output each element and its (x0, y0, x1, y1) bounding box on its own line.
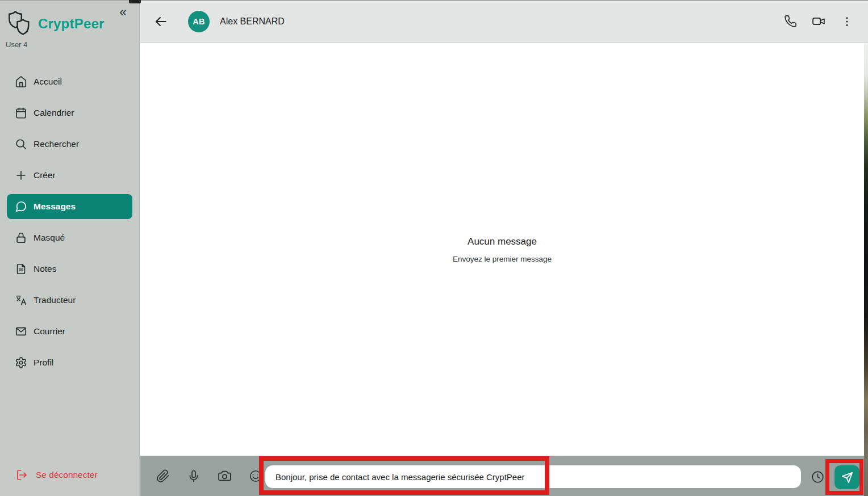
sidebar-item-label: Notes (34, 264, 57, 274)
sidebar-item-rechercher[interactable]: Rechercher (7, 132, 132, 157)
window-edge-artifact (129, 0, 141, 3)
desktop-wallpaper-sliver (864, 43, 868, 496)
emoji-button[interactable] (248, 468, 264, 484)
home-icon (15, 75, 27, 88)
translate-icon (15, 294, 27, 306)
microphone-icon (187, 469, 201, 483)
calendar-icon (15, 107, 27, 119)
message-area: Aucun message Envoyez le premier message (140, 44, 864, 456)
logout-button[interactable]: Se déconnecter (16, 469, 98, 481)
camera-button[interactable] (216, 468, 233, 484)
more-options-button[interactable] (840, 14, 854, 29)
camera-icon (218, 469, 232, 483)
brand-row: CryptPeer (6, 9, 134, 39)
note-icon (15, 263, 27, 275)
schedule-message-button[interactable] (809, 469, 826, 485)
paper-plane-icon (841, 471, 854, 484)
composer-bar (140, 456, 864, 496)
sidebar-item-notes[interactable]: Notes (7, 257, 132, 281)
sidebar-item-label: Traducteur (34, 295, 76, 305)
chat-header-actions (783, 13, 854, 30)
cryptpeer-shield-logo-icon (6, 10, 33, 37)
plus-icon (15, 169, 27, 182)
sidebar-item-label: Messages (34, 201, 76, 212)
send-button[interactable] (834, 465, 859, 489)
sidebar-nav: Accueil Calendrier Rechercher (0, 69, 139, 375)
sidebar-item-calendrier[interactable]: Calendrier (7, 100, 132, 125)
phone-icon (784, 15, 797, 28)
chat-header: AB Alex BERNARD (140, 0, 868, 43)
chat-bubble-icon (15, 200, 27, 213)
sidebar-item-label: Courrier (34, 326, 65, 337)
sidebar-item-traducteur[interactable]: Traducteur (7, 288, 132, 313)
avatar-initials: AB (193, 17, 205, 26)
chat-panel: AB Alex BERNARD (140, 0, 868, 496)
sidebar-item-label: Accueil (34, 77, 62, 87)
sidebar-item-courrier[interactable]: Courrier (7, 319, 132, 344)
contact-avatar[interactable]: AB (188, 11, 210, 32)
attach-file-button[interactable] (155, 468, 171, 484)
search-icon (15, 138, 27, 150)
back-button[interactable] (149, 10, 172, 33)
logout-label: Se déconnecter (36, 470, 98, 480)
logout-icon (16, 469, 28, 481)
video-call-button[interactable] (811, 13, 827, 30)
sidebar-item-masque[interactable]: Masqué (7, 225, 132, 250)
clock-icon (811, 470, 825, 484)
video-camera-icon (812, 14, 826, 28)
sidebar-item-messages[interactable]: Messages (7, 194, 132, 219)
composer-attachment-icons (155, 456, 264, 496)
envelope-icon (15, 325, 27, 338)
sidebar-item-label: Masqué (34, 233, 65, 243)
sidebar-item-label: Rechercher (34, 139, 79, 149)
sidebar-item-label: Calendrier (34, 108, 74, 118)
sidebar-item-label: Profil (34, 358, 53, 368)
emoji-smiley-icon (249, 469, 262, 483)
message-input[interactable] (265, 465, 801, 488)
sidebar-item-profil[interactable]: Profil (7, 350, 132, 375)
app-window: CryptPeer « User 4 Accueil Calendrie (0, 0, 868, 496)
lock-icon (15, 232, 27, 244)
paperclip-icon (156, 469, 170, 483)
app-title: CryptPeer (38, 16, 105, 32)
record-voice-button[interactable] (186, 468, 202, 484)
more-vertical-icon (841, 15, 853, 28)
voice-call-button[interactable] (783, 14, 798, 29)
empty-state-title: Aucun message (468, 236, 537, 247)
sidebar-item-accueil[interactable]: Accueil (7, 69, 132, 94)
sidebar: CryptPeer « User 4 Accueil Calendrie (0, 0, 140, 496)
sidebar-item-label: Créer (34, 170, 56, 180)
arrow-left-icon (153, 14, 168, 29)
gear-icon (15, 356, 27, 369)
contact-name: Alex BERNARD (220, 16, 285, 27)
sidebar-collapse-button[interactable]: « (119, 6, 127, 19)
sidebar-item-creer[interactable]: Créer (7, 163, 132, 188)
current-user-label: User 4 (6, 40, 27, 49)
empty-state-subtitle: Envoyez le premier message (453, 255, 552, 263)
